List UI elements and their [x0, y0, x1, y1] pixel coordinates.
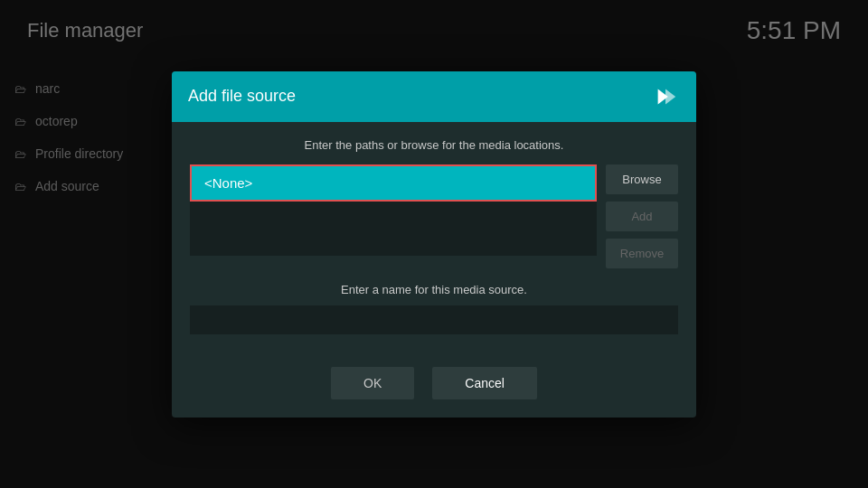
- browse-button[interactable]: Browse: [606, 164, 678, 194]
- ok-button[interactable]: OK: [331, 367, 414, 399]
- remove-button[interactable]: Remove: [606, 239, 678, 268]
- path-extra-area: [190, 202, 597, 256]
- dialog-footer: OK Cancel: [172, 352, 696, 418]
- dialog-title: Add file source: [188, 87, 296, 106]
- path-section: Browse Add Remove: [190, 164, 678, 268]
- side-buttons: Browse Add Remove: [606, 164, 678, 268]
- modal-overlay: Add file source Enter the paths or brows…: [0, 0, 868, 488]
- kodi-logo-icon: [651, 82, 680, 111]
- path-input[interactable]: [190, 164, 597, 202]
- dialog-header: Add file source: [172, 71, 696, 122]
- add-button[interactable]: Add: [606, 202, 678, 231]
- cancel-button[interactable]: Cancel: [432, 367, 537, 399]
- name-label: Enter a name for this media source.: [190, 283, 678, 296]
- name-input[interactable]: [190, 305, 678, 334]
- name-section: Enter a name for this media source.: [190, 283, 678, 334]
- add-file-source-dialog: Add file source Enter the paths or brows…: [172, 71, 696, 418]
- dialog-body: Enter the paths or browse for the media …: [172, 122, 696, 352]
- svg-marker-1: [665, 89, 675, 104]
- dialog-subtitle: Enter the paths or browse for the media …: [190, 138, 678, 152]
- path-list-area: [190, 164, 597, 256]
